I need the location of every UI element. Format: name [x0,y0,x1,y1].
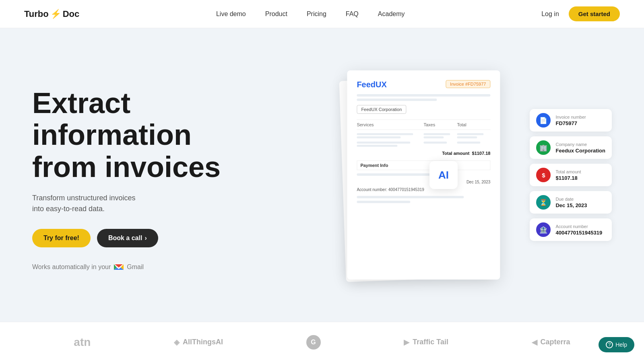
ai-badge: AI [429,161,458,189]
invoice-table-header: Services Taxes Total [357,119,490,130]
due-date-value: Dec 15, 2023 [555,202,587,208]
gmail-icon [114,263,124,271]
due-date-label: Due date [555,197,587,202]
partner-logo-g2: G [306,335,321,350]
info-cards: 📄 Invoice number FD75977 🏢 Company name … [530,109,612,241]
total-amount-icon: $ [536,168,551,182]
invoice-number-value: FD75977 [555,120,586,126]
invoice-address-lines [357,94,490,101]
invoice-table-rows [357,133,490,147]
table-row [357,142,490,147]
book-call-button[interactable]: Book a call › [97,229,158,247]
logo[interactable]: Turbo ⚡ Doc [24,9,79,19]
invoice-visual: FeedUX Invoice #FD75977 FeedUX Corporati… [242,28,612,322]
gmail-integration-text: Works automatically in your Gmail [32,263,242,271]
nav-link-live-demo[interactable]: Live demo [216,10,246,18]
help-icon: ? [606,341,613,348]
logo-bolt: ⚡ [50,9,61,19]
nav-links: Live demo Product Pricing FAQ Academy [216,10,405,18]
try-free-button[interactable]: Try for free! [32,229,91,247]
nav-link-pricing[interactable]: Pricing [307,10,326,18]
nav-actions: Log in Get started [541,6,620,21]
help-label: Help [615,341,627,348]
info-card-invoice-number: 📄 Invoice number FD75977 [530,109,612,132]
partner-logo-allthingsai: ◈ AllThingsAI [174,338,223,347]
info-card-account-number: 🏦 Account number 4004770151945319 [530,218,612,241]
table-row [357,133,490,138]
invoice-date: Dec 15, 2023 [357,180,490,184]
account-number-value: 4004770151945319 [555,230,602,236]
account-number-icon: 🏦 [536,222,551,237]
info-card-total-amount: $ Total amount $1107.18 [530,164,612,186]
logo-text-turbo: Turbo [24,9,49,19]
inv-line-2 [357,99,437,101]
invoice-number-badge: Invoice #FD75977 [446,80,490,88]
due-date-icon: ⏳ [536,195,551,210]
inv-line-1 [357,94,490,97]
company-name-value: Feedux Corporation [555,148,605,154]
payment-section-title: Payment Info [357,160,490,170]
feedux-logo: FeedUX [357,80,386,89]
account-line: Account number: 4004770151945319 [357,187,490,192]
payment-lines [357,173,490,176]
hero-section: Extract information from invoices Transf… [32,79,242,271]
get-started-button[interactable]: Get started [569,6,620,21]
hero-title: Extract information from invoices [32,87,242,183]
help-button[interactable]: ? Help [599,337,634,352]
invoice-card: FeedUX Invoice #FD75977 FeedUX Corporati… [347,70,500,280]
invoice-number-icon: 📄 [536,113,551,128]
account-number-label: Account number [555,224,602,229]
nav-link-product[interactable]: Product [265,10,287,18]
partner-logo-capterra: ◀ Capterra [532,338,570,347]
invoice-number-label: Invoice number [555,115,586,119]
logo-text-doc: Doc [63,9,80,19]
company-name-icon: 🏢 [536,140,551,155]
partner-logo-atn: atn [74,336,91,349]
navbar: Turbo ⚡ Doc Live demo Product Pricing FA… [0,0,644,28]
total-amount-value: $1107.18 [555,175,581,181]
total-amount-label: Total amount [555,169,581,174]
company-badge: FeedUX Corporation [357,105,406,114]
info-card-due-date: ⏳ Due date Dec 15, 2023 [530,191,612,214]
main-content: Extract information from invoices Transf… [0,28,644,322]
hero-buttons: Try for free! Book a call › [32,229,242,247]
company-name-label: Company name [555,142,605,147]
hero-subtitle: Transform unstructured invoices into eas… [32,193,242,214]
logos-section: atn ◈ AllThingsAI G ▶ Traffic Tail ◀ Cap… [0,322,644,362]
invoice-footer-lines [357,196,490,203]
info-card-company-name: 🏢 Company name Feedux Corporation [530,136,612,159]
login-button[interactable]: Log in [541,10,559,18]
partner-logo-traffic-tail: ▶ Traffic Tail [404,338,448,347]
invoice-total: Total amount $1107.18 [357,151,490,156]
nav-link-faq[interactable]: FAQ [346,10,359,18]
nav-link-academy[interactable]: Academy [378,10,405,18]
invoice-header: FeedUX Invoice #FD75977 [357,80,490,89]
